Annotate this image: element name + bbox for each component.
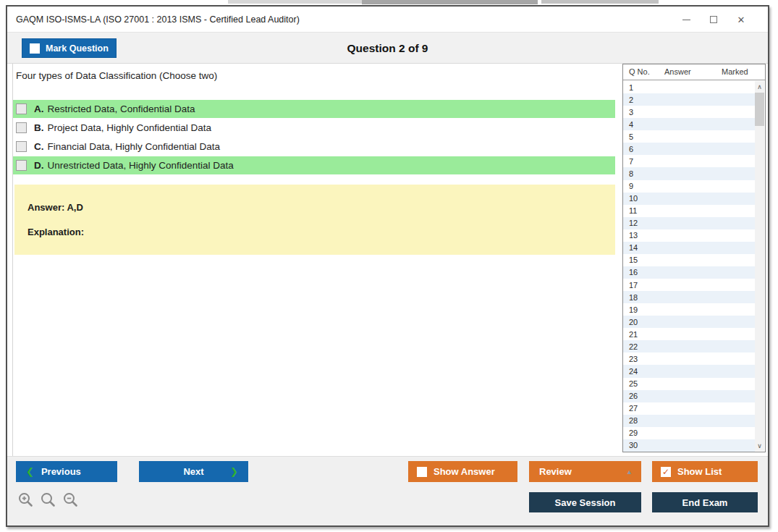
app-window: GAQM ISO-ISMS-LA (ISO 27001 : 2013 ISMS …: [6, 5, 769, 527]
question-list-row[interactable]: 19: [623, 303, 755, 316]
option-label: C.Financial Data, Highly Confidential Da…: [34, 141, 220, 152]
question-list-row[interactable]: 18: [623, 291, 755, 303]
question-number: 8: [629, 169, 633, 178]
option-letter: B.: [34, 122, 44, 133]
option-a[interactable]: A.Restricted Data, Confidential Data: [13, 100, 615, 118]
window-title: GAQM ISO-ISMS-LA (ISO 27001 : 2013 ISMS …: [16, 7, 300, 33]
triangle-up-icon: ▲: [626, 468, 633, 476]
question-list-row[interactable]: 9: [623, 180, 755, 193]
question-list-row[interactable]: 3: [623, 106, 755, 118]
save-session-button[interactable]: Save Session: [529, 492, 641, 512]
question-list-row[interactable]: 28: [623, 415, 755, 427]
show-list-checkbox[interactable]: ✓: [661, 467, 671, 477]
question-number: 28: [629, 416, 638, 425]
question-list-row[interactable]: 10: [623, 193, 755, 205]
question-list-row[interactable]: 16: [623, 266, 755, 279]
zoom-out-icon[interactable]: [62, 491, 80, 509]
question-list-row[interactable]: 4: [623, 118, 755, 130]
mark-question-checkbox[interactable]: [30, 43, 40, 54]
scroll-down-icon[interactable]: ∨: [755, 440, 764, 451]
question-list-row[interactable]: 23: [623, 352, 755, 365]
question-list-row[interactable]: 29: [623, 427, 755, 439]
show-answer-button[interactable]: Show Answer: [408, 461, 517, 482]
option-label: B.Project Data, Highly Confidential Data: [34, 122, 211, 133]
option-checkbox[interactable]: [16, 122, 27, 133]
question-list-row[interactable]: 1: [623, 81, 755, 93]
option-checkbox[interactable]: [16, 104, 27, 114]
option-checkbox[interactable]: [16, 141, 27, 152]
option-checkbox[interactable]: [16, 160, 27, 171]
question-number: 17: [629, 281, 638, 290]
mark-question-button[interactable]: Mark Question: [22, 38, 117, 58]
question-list-row[interactable]: 11: [623, 205, 755, 217]
previous-button[interactable]: ❮ Previous: [16, 461, 117, 482]
next-button[interactable]: Next ❯: [139, 461, 248, 482]
question-list-header: Q No. Answer Marked: [623, 64, 765, 80]
question-list-row[interactable]: 21: [623, 328, 755, 340]
question-list-row[interactable]: 5: [623, 130, 755, 143]
question-list-row[interactable]: 26: [623, 390, 755, 402]
question-list-row[interactable]: 24: [623, 365, 755, 377]
question-list-row[interactable]: 20: [623, 316, 755, 328]
column-answer: Answer: [664, 67, 691, 76]
explanation-label: Explanation:: [28, 227, 615, 237]
question-list-row[interactable]: 2: [623, 93, 755, 106]
question-list-row[interactable]: 25: [623, 378, 755, 390]
question-list-row[interactable]: 6: [623, 143, 755, 155]
show-answer-label: Show Answer: [434, 466, 495, 477]
show-answer-checkbox[interactable]: [417, 467, 427, 477]
question-number: 13: [629, 231, 638, 240]
column-qno: Q No.: [629, 67, 650, 76]
question-list-row[interactable]: 15: [623, 254, 755, 266]
question-number: 11: [629, 206, 637, 215]
question-number: 6: [629, 145, 633, 153]
question-list: 1234567891011121314151617181920212223242…: [623, 81, 755, 452]
question-number: 9: [629, 182, 633, 190]
question-list-row[interactable]: 27: [623, 402, 755, 415]
maximize-icon: [710, 16, 717, 23]
question-list-row[interactable]: 7: [623, 155, 755, 167]
list-scrollbar[interactable]: ∧ ∨: [755, 81, 764, 451]
chevron-right-icon: ❯: [230, 466, 238, 477]
question-number: 10: [629, 194, 638, 203]
question-number: 23: [629, 355, 638, 363]
footer-bar: ❮ Previous Next ❯ Show Answer Review ▲ ✓…: [7, 456, 768, 525]
zoom-in-icon[interactable]: [17, 491, 35, 509]
question-list-row[interactable]: 12: [623, 217, 755, 229]
question-list-row[interactable]: 22: [623, 340, 755, 352]
next-label: Next: [183, 466, 203, 477]
question-list-row[interactable]: 8: [623, 167, 755, 180]
scroll-up-icon[interactable]: ∧: [755, 81, 764, 92]
option-text: Financial Data, Highly Confidential Data: [48, 141, 221, 152]
close-button[interactable]: ✕: [727, 7, 755, 33]
question-list-row[interactable]: 17: [623, 279, 755, 291]
question-text: Four types of Data Classification (Choos…: [16, 70, 217, 81]
question-list-row[interactable]: 14: [623, 242, 755, 254]
question-list-panel: Q No. Answer Marked 12345678910111213141…: [622, 64, 766, 452]
option-c[interactable]: C.Financial Data, Highly Confidential Da…: [13, 138, 615, 156]
question-number: 19: [629, 305, 638, 314]
show-list-label: Show List: [677, 466, 722, 477]
show-list-button[interactable]: ✓ Show List: [652, 461, 758, 482]
end-exam-button[interactable]: End Exam: [652, 492, 758, 512]
scroll-thumb[interactable]: [755, 93, 764, 126]
background-window-edge: [541, 0, 659, 4]
chevron-left-icon: ❮: [26, 466, 34, 477]
option-b[interactable]: B.Project Data, Highly Confidential Data: [13, 119, 615, 137]
question-number: 26: [629, 392, 638, 400]
question-number: 1: [629, 83, 633, 92]
question-list-row[interactable]: 13: [623, 229, 755, 242]
option-text: Unrestricted Data, Highly Confidential D…: [48, 160, 234, 171]
question-number: 3: [629, 108, 633, 117]
options-list: A.Restricted Data, Confidential DataB.Pr…: [13, 100, 615, 175]
question-list-row[interactable]: 30: [623, 439, 755, 452]
review-button[interactable]: Review ▲: [529, 461, 641, 482]
question-number: 25: [629, 379, 638, 388]
zoom-reset-icon[interactable]: [40, 491, 57, 509]
option-d[interactable]: D.Unrestricted Data, Highly Confidential…: [13, 156, 615, 174]
answer-box: Answer: A,D Explanation:: [14, 185, 615, 255]
maximize-button[interactable]: [700, 7, 727, 33]
review-label: Review: [539, 466, 572, 477]
question-number: 7: [629, 157, 633, 166]
minimize-button[interactable]: [672, 7, 700, 33]
